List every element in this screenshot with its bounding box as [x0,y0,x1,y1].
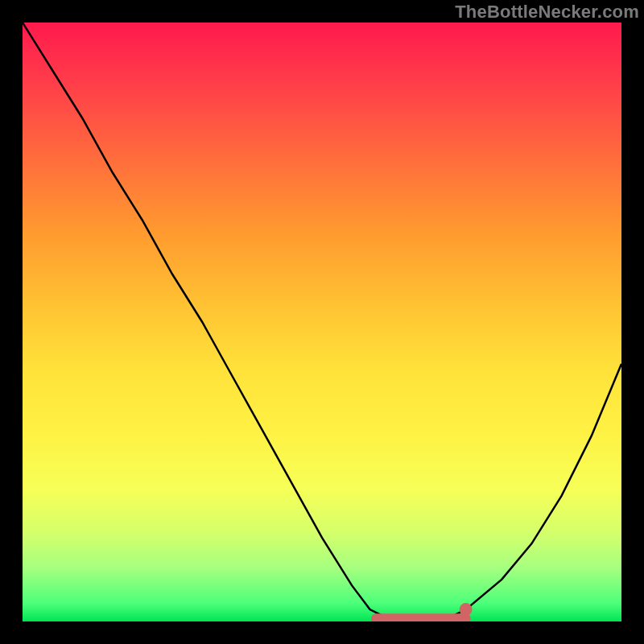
bottleneck-curve [23,23,621,621]
marker-dot [460,603,473,616]
chart-curve-layer [23,23,621,621]
watermark-text: TheBottleNecker.com [455,2,639,23]
chart-plot-area [23,23,621,621]
